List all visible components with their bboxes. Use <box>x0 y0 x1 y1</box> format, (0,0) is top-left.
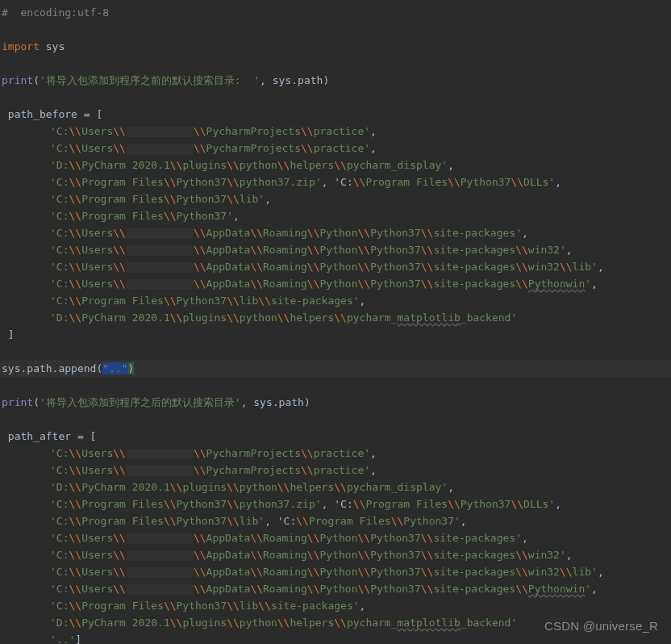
code-line[interactable]: 'C:\\Program Files\\Python37\\lib', 'C:\… <box>0 512 671 529</box>
code-line[interactable]: path_before = [ <box>0 106 671 123</box>
str: Roaming <box>263 227 307 239</box>
highlighted-line[interactable]: sys.path.append("..") <box>0 360 671 377</box>
string-literal: '将导入包添加到程序之前的默认搜索目录: ' <box>40 74 260 86</box>
blank-line[interactable] <box>0 343 671 360</box>
str: Python <box>320 278 358 290</box>
str: Program Files <box>81 176 164 188</box>
blank-line[interactable] <box>0 55 671 72</box>
str: 'C: <box>50 498 69 510</box>
code-line[interactable]: 'C:\\Users\\\\AppData\\Roaming\\Python\\… <box>0 580 671 597</box>
str: matplotlib <box>398 617 461 629</box>
str: site-packages' <box>271 295 360 307</box>
redacted-username <box>127 584 193 595</box>
str: Python <box>320 566 358 578</box>
code-line[interactable]: 'D:\\PyCharm 2020.1\\plugins\\python\\he… <box>0 157 671 174</box>
str: AppData <box>206 532 251 544</box>
code-line[interactable]: 'C:\\Users\\\\AppData\\Roaming\\Python\\… <box>0 275 671 292</box>
str: Program Files <box>365 498 448 510</box>
str: Python37 <box>177 295 227 307</box>
code-line[interactable]: 'C:\\Users\\\\PycharmProjects\\practice'… <box>0 462 671 479</box>
str: Python <box>320 244 358 256</box>
code-line[interactable]: # encoding:utf-8 <box>0 4 671 21</box>
code-line[interactable]: 'C:\\Users\\\\AppData\\Roaming\\Python\\… <box>0 224 671 241</box>
code-line[interactable]: 'C:\\Users\\\\PycharmProjects\\practice'… <box>0 140 671 157</box>
module-sys: sys <box>40 40 65 52</box>
builtin-print: print <box>2 396 33 408</box>
code-line[interactable]: 'C:\\Program Files\\Python37\\python37.z… <box>0 174 671 190</box>
blank-line[interactable] <box>0 377 671 394</box>
str: site-packages' <box>433 227 522 239</box>
redacted-username <box>127 449 193 459</box>
code-line[interactable]: 'C:\\Users\\\\PycharmProjects\\practice'… <box>0 445 671 462</box>
code-line[interactable]: 'C:\\Users\\\\AppData\\Roaming\\Python\\… <box>0 258 671 275</box>
code-line[interactable]: 'C:\\Users\\\\AppData\\Roaming\\Python\\… <box>0 563 671 580</box>
str: practice' <box>314 125 370 137</box>
str: lib <box>240 295 258 307</box>
str: plugins <box>182 481 227 493</box>
str: Python37 <box>370 261 421 273</box>
str: Roaming <box>263 244 307 256</box>
code-line[interactable]: 'C:\\Program Files\\Python37\\lib\\site-… <box>0 292 671 309</box>
str: Users <box>81 278 113 290</box>
str: Python <box>320 549 358 561</box>
str: , 'C: <box>322 498 353 510</box>
var-assign: path_before = [ <box>2 108 102 120</box>
str: 'C: <box>50 295 69 307</box>
str: Python37 <box>370 227 421 239</box>
str: Users <box>81 261 113 273</box>
redacted-username <box>127 550 193 561</box>
str: PycharmProjects <box>206 142 301 154</box>
blank-line[interactable] <box>0 411 671 428</box>
str: pycharm_display' <box>347 159 448 171</box>
blank-line[interactable] <box>0 21 671 38</box>
str: site-packages <box>433 566 515 578</box>
str: PyCharm 2020.1 <box>81 617 170 629</box>
var-assign: path_after = [ <box>2 430 96 442</box>
code-line[interactable]: 'C:\\Users\\\\AppData\\Roaming\\Python\\… <box>0 546 671 563</box>
code-line[interactable]: 'C:\\Program Files\\Python37\\lib', <box>0 190 671 207</box>
code-line[interactable]: ] <box>0 326 671 343</box>
str: Python37 <box>370 532 421 544</box>
code-line[interactable]: 'C:\\Users\\\\PycharmProjects\\practice'… <box>0 123 671 140</box>
str: Roaming <box>263 549 307 561</box>
str: Users <box>81 464 113 476</box>
close-bracket: ] <box>75 634 81 644</box>
redacted-username <box>127 127 193 137</box>
str: 'D: <box>50 481 69 493</box>
code-line[interactable]: 'C:\\Program Files\\Python37\\lib\\site-… <box>0 597 671 614</box>
str: Roaming <box>263 278 307 290</box>
code-line[interactable]: print('将导入包添加到程序之前的默认搜索目录: ', sys.path) <box>0 72 671 89</box>
str: site-packages <box>433 278 515 290</box>
code-line[interactable]: path_after = [ <box>0 428 671 445</box>
code-line[interactable]: 'C:\\Program Files\\Python37', <box>0 207 671 224</box>
close-paren: ) <box>128 362 135 374</box>
str: Python37 <box>370 583 421 595</box>
str: Program Files <box>81 193 164 205</box>
str: AppData <box>206 278 251 290</box>
code-line[interactable]: print('将导入包添加到程序之后的默认搜索目录', sys.path) <box>0 394 671 411</box>
code-line[interactable]: 'C:\\Users\\\\AppData\\Roaming\\Python\\… <box>0 241 671 258</box>
code-line[interactable]: 'D:\\PyCharm 2020.1\\plugins\\python\\he… <box>0 309 671 326</box>
str: 'C: <box>50 142 69 154</box>
str: Roaming <box>263 532 307 544</box>
str: 'C: <box>50 210 69 222</box>
str: PycharmProjects <box>206 125 301 137</box>
comment-text: # encoding:utf-8 <box>2 6 109 19</box>
str: 'D: <box>50 312 69 324</box>
blank-line[interactable] <box>0 89 671 106</box>
str: practice' <box>314 142 370 154</box>
str: Roaming <box>263 566 307 578</box>
str: AppData <box>206 261 251 273</box>
str: _backend' <box>461 617 517 629</box>
str: 'C: <box>50 447 69 459</box>
str: _backend' <box>461 312 517 324</box>
keyword-import: import <box>2 40 40 52</box>
code-line[interactable]: import sys <box>0 38 671 55</box>
code-line[interactable]: 'D:\\PyCharm 2020.1\\plugins\\python\\he… <box>0 479 671 496</box>
str: python <box>240 312 277 324</box>
code-line[interactable]: 'C:\\Users\\\\AppData\\Roaming\\Python\\… <box>0 529 671 546</box>
str: 'C: <box>50 244 69 256</box>
str: pycharm_ <box>347 617 398 629</box>
code-line[interactable]: 'C:\\Program Files\\Python37\\python37.z… <box>0 496 671 512</box>
str: practice' <box>314 464 370 476</box>
